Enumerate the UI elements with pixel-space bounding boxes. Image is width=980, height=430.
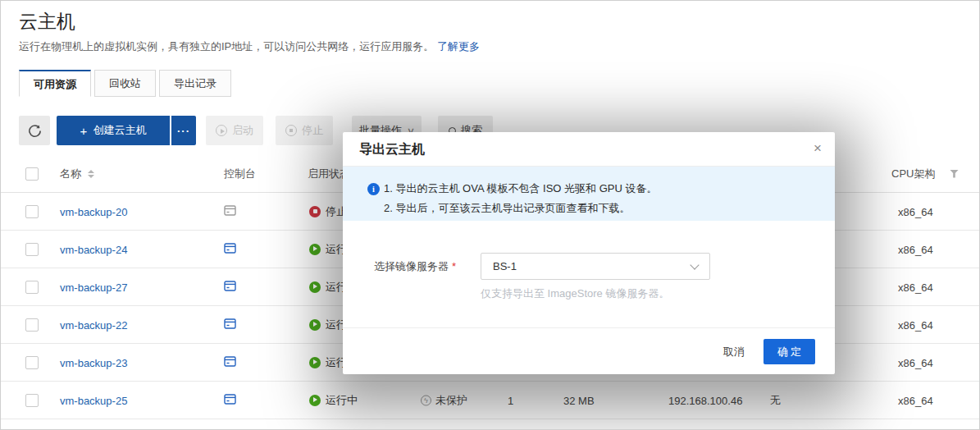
tab-recycle-bin[interactable]: 回收站 <box>94 70 156 97</box>
cpu-arch: x86_64 <box>898 394 933 406</box>
status-text: 运行中 <box>326 393 358 408</box>
tab-bar: 可用资源 回收站 导出记录 <box>19 70 979 98</box>
status-icon <box>309 357 321 368</box>
alert-line-2: 2. 导出后，可至该云主机导出记录页面查看和下载。 <box>384 199 630 218</box>
cpu-arch: x86_64 <box>898 356 933 368</box>
confirm-button[interactable]: 确定 <box>763 339 815 364</box>
console-icon[interactable] <box>224 394 236 407</box>
modal-title: 导出云主机 <box>359 132 425 167</box>
more-actions-button[interactable]: ··· <box>171 116 196 145</box>
required-mark: * <box>452 260 456 272</box>
console-icon[interactable] <box>224 205 236 218</box>
start-icon <box>216 125 227 136</box>
tab-export-records[interactable]: 导出记录 <box>159 70 231 97</box>
status-icon <box>309 281 321 293</box>
table-row: vm-backup-25 运行中 ϟ 未保护 1 32 MB 192.168.1… <box>1 382 979 419</box>
start-button[interactable]: 启动 <box>206 116 263 145</box>
console-icon[interactable] <box>224 243 236 256</box>
row-checkbox[interactable] <box>25 318 39 332</box>
protection-icon: ϟ <box>421 395 431 405</box>
page-description: 运行在物理机上的虚拟机实例，具有独立的IP地址，可以访问公共网络，运行应用服务。… <box>19 39 480 54</box>
stop-icon <box>285 125 297 136</box>
row-checkbox[interactable] <box>25 281 39 294</box>
vm-name-link[interactable]: vm-backup-22 <box>60 318 127 331</box>
filter-icon[interactable] <box>950 170 959 178</box>
refresh-icon <box>28 124 42 138</box>
console-icon[interactable] <box>224 356 236 369</box>
vm-name-link[interactable]: vm-backup-24 <box>60 243 127 255</box>
chevron-down-icon <box>690 260 699 269</box>
tab-available-resources[interactable]: 可用资源 <box>19 70 91 97</box>
refresh-button[interactable] <box>19 116 50 145</box>
cpu-arch: x86_64 <box>898 281 933 293</box>
status-icon <box>309 206 321 217</box>
status-icon <box>309 244 321 255</box>
export-vm-modal: 导出云主机 × i 1. 导出的云主机 OVA 模板不包含 ISO 光驱和 GP… <box>343 132 835 374</box>
create-vm-label: 创建云主机 <box>93 123 146 138</box>
image-server-select[interactable]: BS-1 <box>481 253 710 280</box>
create-vm-button[interactable]: + 创建云主机 <box>57 116 170 145</box>
stop-button[interactable]: 停止 <box>276 116 333 145</box>
protection-text: 未保护 <box>435 393 467 408</box>
header-console: 控制台 <box>224 167 256 181</box>
image-server-selected-value: BS-1 <box>493 254 517 279</box>
page-title: 云主机 <box>19 9 75 34</box>
header-name[interactable]: 名称 <box>60 167 81 181</box>
vm-name-link[interactable]: vm-backup-20 <box>60 205 127 217</box>
cancel-button[interactable]: 取消 <box>723 339 745 364</box>
row-checkbox[interactable] <box>25 243 39 256</box>
vm-name-link[interactable]: vm-backup-23 <box>60 356 127 368</box>
cpu-arch: x86_64 <box>898 243 933 255</box>
console-icon[interactable] <box>224 281 236 294</box>
header-cpu-arch: CPU架构 <box>891 167 935 181</box>
close-icon[interactable]: × <box>814 140 822 157</box>
select-all-checkbox[interactable] <box>25 167 39 181</box>
info-alert: i 1. 导出的云主机 OVA 模板不包含 ISO 光驱和 GPU 设备。 2.… <box>343 167 835 221</box>
page-description-text: 运行在物理机上的虚拟机实例，具有独立的IP地址，可以访问公共网络，运行应用服务。 <box>19 40 434 53</box>
stop-label: 停止 <box>302 123 323 138</box>
image-server-hint: 仅支持导出至 ImageStore 镜像服务器。 <box>481 286 669 301</box>
vm-name-link[interactable]: vm-backup-27 <box>60 281 127 293</box>
cpu-count: 1 <box>508 394 513 406</box>
status-icon <box>309 319 321 331</box>
cpu-arch: x86_64 <box>898 205 933 217</box>
start-label: 启动 <box>232 123 253 138</box>
console-icon[interactable] <box>224 318 236 332</box>
vm-name-link[interactable]: vm-backup-25 <box>60 394 127 406</box>
vm-list-page: 云主机 运行在物理机上的虚拟机实例，具有独立的IP地址，可以访问公共网络，运行应… <box>0 0 980 430</box>
cpu-arch: x86_64 <box>898 318 933 331</box>
ip-address: 192.168.100.46 <box>668 394 742 406</box>
image-server-label-text: 选择镜像服务器 <box>374 260 449 272</box>
plus-icon: + <box>80 124 88 138</box>
status-icon <box>309 395 321 406</box>
row-checkbox[interactable] <box>25 356 39 369</box>
alert-line-1: 1. 导出的云主机 OVA 模板不包含 ISO 光驱和 GPU 设备。 <box>384 179 657 199</box>
modal-header: 导出云主机 × <box>343 132 835 167</box>
learn-more-link[interactable]: 了解更多 <box>437 40 480 53</box>
sort-icon[interactable] <box>88 170 94 178</box>
row-checkbox[interactable] <box>25 205 39 218</box>
ha-value: 无 <box>770 393 781 408</box>
modal-footer-divider <box>343 327 835 328</box>
row-checkbox[interactable] <box>25 394 39 407</box>
image-server-label: 选择镜像服务器* <box>374 253 456 280</box>
info-icon: i <box>367 183 380 195</box>
memory: 32 MB <box>563 394 595 406</box>
